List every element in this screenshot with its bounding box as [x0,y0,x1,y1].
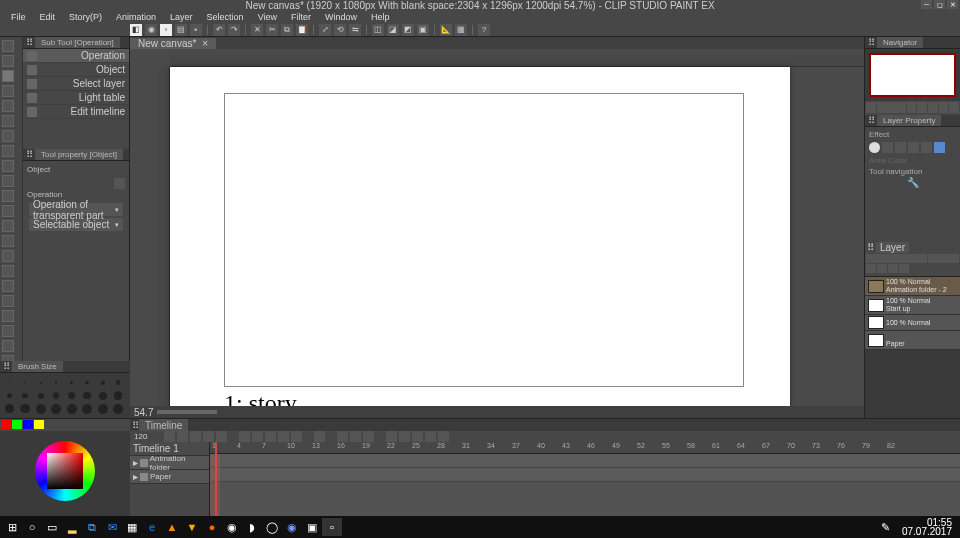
menu-file[interactable]: File [4,12,33,22]
ruler-tool-icon[interactable] [2,325,14,337]
wand-tool-icon[interactable] [2,115,14,127]
layer-color-icon[interactable] [895,142,906,153]
brush-size-cell[interactable] [51,377,62,388]
subtool-item[interactable]: Edit timeline [23,105,129,119]
deselect-icon[interactable]: ◪ [387,24,399,36]
brush-size-cell[interactable] [82,377,93,388]
chrome-icon[interactable]: ◉ [222,518,242,536]
tl-addcel-icon[interactable] [337,431,348,442]
layers-tab[interactable]: Layer [876,242,909,253]
timeline-track[interactable] [210,454,960,468]
toolprop-tab[interactable]: Tool property [Object] [35,149,123,160]
move-tool-icon[interactable] [2,55,14,67]
menu-storyp[interactable]: Story(P) [62,12,109,22]
brush-size-cell[interactable] [4,403,15,414]
color-swatch[interactable] [1,420,11,429]
brush-size-cell[interactable] [82,403,93,414]
paste-icon[interactable]: 📋 [296,24,308,36]
subtool-tab[interactable]: Sub Tool [Operation] [35,37,120,48]
opacity-slider[interactable] [928,254,959,263]
brush-size-cell[interactable] [35,403,46,414]
mail-icon[interactable]: ✉ [102,518,122,536]
brush-size-cell[interactable] [4,377,15,388]
color-swatch[interactable] [34,420,44,429]
border-icon[interactable]: ▣ [417,24,429,36]
panel-grip-icon[interactable]: ⠿ [26,37,33,48]
system-clock[interactable]: 01:55 07.07.2017 [896,518,958,536]
panel-grip-icon[interactable]: ⠿ [867,242,874,253]
text-tool-icon[interactable] [2,340,14,352]
tl-zoom-in-icon[interactable] [203,431,214,442]
tl-split-icon[interactable] [425,431,436,442]
airbrush-tool-icon[interactable] [2,205,14,217]
layer-draft-icon[interactable] [899,264,909,273]
brush-size-cell[interactable] [20,403,31,414]
brush-size-cell[interactable] [113,377,124,388]
brushsize-tab[interactable]: Brush Size [12,361,63,372]
start-button[interactable]: ⊞ [2,518,22,536]
color-swatch[interactable] [23,420,33,429]
pencil-tool-icon[interactable] [2,175,14,187]
timeline-track[interactable] [210,468,960,482]
snap-ruler-icon[interactable]: 📐 [440,24,452,36]
extract-line-icon[interactable] [921,142,932,153]
selectable-object-dropdown[interactable]: Selectable object [29,218,123,231]
color-swatch[interactable] [12,420,22,429]
nav-flip-icon[interactable] [949,102,959,113]
menu-edit[interactable]: Edit [33,12,63,22]
zoom-tool-icon[interactable] [2,40,14,52]
blend-mode-dropdown[interactable] [866,254,927,263]
frame-tool-icon[interactable] [2,310,14,322]
layerprop-tab[interactable]: Layer Property [877,115,941,126]
maximize-button[interactable]: ◻ [934,0,945,9]
decoration-tool-icon[interactable] [2,220,14,232]
layer-lock-icon[interactable] [866,264,876,273]
brush-size-cell[interactable] [35,377,46,388]
area-color-icon[interactable] [934,142,945,153]
layer-item[interactable]: 100 % NormalStart up [865,296,960,315]
layer-ref-icon[interactable] [888,264,898,273]
save-icon[interactable]: ▪ [190,24,202,36]
timeline-track-area[interactable]: 1471013161922252831343740434649525558616… [210,442,960,522]
panel-grip-icon[interactable]: ⠿ [868,37,875,48]
select-all-icon[interactable]: ◫ [372,24,384,36]
brush-size-cell[interactable] [20,377,31,388]
layer-item[interactable]: 100 % Normal [865,315,960,331]
nav-fit-icon[interactable] [917,102,927,113]
brush-size-cell[interactable] [113,403,124,414]
brush-size-cell[interactable] [35,390,46,401]
brush-size-cell[interactable] [66,390,77,401]
menu-help[interactable]: Help [364,12,397,22]
nav-rotate-left-icon[interactable] [928,102,938,113]
subtool-item[interactable]: Operation [23,49,129,63]
calc-icon[interactable]: ▦ [122,518,142,536]
eye-icon[interactable]: ◉ [145,24,157,36]
gray-icon[interactable] [908,142,919,153]
lasso-tool-icon[interactable] [2,130,14,142]
tl-new-icon[interactable] [164,431,175,442]
timeline-tab[interactable]: Timeline [139,419,188,432]
figure-tool-icon[interactable] [2,295,14,307]
subtool-item[interactable]: Select layer [23,77,129,91]
menu-window[interactable]: Window [318,12,364,22]
eraser-tool-icon[interactable] [2,235,14,247]
copy-icon[interactable]: ⧉ [281,24,293,36]
brush-size-cell[interactable] [82,390,93,401]
track-label[interactable]: ▸Paper [130,470,209,484]
panel-grip-icon[interactable]: ⠿ [868,115,875,126]
canvas-tab[interactable]: New canvas*× [130,38,216,49]
taskview-icon[interactable]: ▭ [42,518,62,536]
tone-effect-icon[interactable] [882,142,893,153]
explorer-icon[interactable]: ▂ [62,518,82,536]
clipstudio-taskbar-icon[interactable]: ▫ [322,518,342,536]
tl-first-icon[interactable] [239,431,250,442]
zoom-slider[interactable] [157,410,217,414]
obs-icon[interactable]: ◯ [262,518,282,536]
fill-tool-icon[interactable] [2,265,14,277]
invert-icon[interactable]: ◩ [402,24,414,36]
menu-selection[interactable]: Selection [200,12,251,22]
vlc-icon[interactable]: ▲ [162,518,182,536]
subtool-item[interactable]: Object [23,63,129,77]
layer-item[interactable]: Paper [865,331,960,350]
firefox-icon[interactable]: ● [202,518,222,536]
